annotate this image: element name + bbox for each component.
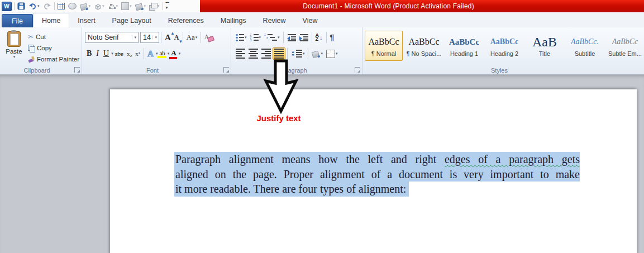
oval-shape-button — [68, 1, 77, 11]
redo-icon — [43, 3, 51, 10]
font-color-button[interactable]: A — [169, 47, 178, 60]
align-right-button[interactable] — [260, 47, 273, 60]
tab-references[interactable]: References — [160, 14, 212, 27]
style-title[interactable]: AaB Title — [526, 31, 564, 61]
word-logo-icon[interactable]: W — [2, 2, 12, 11]
quick-access-toolbar: W ▾ — [0, 0, 170, 12]
text-line[interactable]: aligned on the page. Proper alignment of… — [174, 167, 580, 182]
save-button[interactable] — [17, 1, 26, 11]
underline-button[interactable]: U — [102, 48, 111, 59]
arrange-button: ▾ — [149, 1, 160, 11]
align-left-icon — [236, 49, 245, 59]
style-subtle-emphasis[interactable]: AaBbCc Subtle Em... — [606, 31, 644, 61]
clipboard-dialog-launcher[interactable] — [74, 67, 80, 73]
font-size-combo[interactable]: 14 ▾ — [140, 32, 159, 43]
justify-button[interactable] — [273, 47, 285, 60]
paragraph-dialog-launcher[interactable] — [355, 67, 360, 73]
customize-qat-icon: ▔▾ — [166, 3, 169, 9]
font-name-combo[interactable]: Noto Serif ▾ — [85, 32, 139, 43]
font-size-value: 14 — [143, 34, 151, 41]
text-highlight-button[interactable]: ab — [158, 49, 166, 59]
align-right-icon — [261, 49, 271, 59]
document-page[interactable]: Paragraph alignment means how the left a… — [110, 89, 637, 253]
style-heading-1[interactable]: AaBbCc Heading 1 — [445, 31, 483, 61]
document-area: Paragraph alignment means how the left a… — [0, 75, 644, 253]
tab-insert[interactable]: Insert — [69, 14, 103, 27]
word-window: W ▾ — [0, 0, 644, 253]
subscript-button[interactable]: x₂ — [125, 49, 133, 58]
window-title-area: Document1 - Microsoft Word (Product Acti… — [200, 0, 644, 12]
fill-color-button: ▾ — [135, 1, 147, 11]
ribbon-tabs: File Home Insert Page Layout References … — [0, 12, 644, 28]
copy-button[interactable]: Copy — [28, 43, 79, 52]
align-left-button[interactable] — [234, 47, 247, 60]
decrease-indent-button[interactable] — [285, 33, 298, 42]
paste-dropdown[interactable]: ▾ — [13, 55, 16, 59]
group-styles: AaBbCc ¶ Normal AaBbCc ¶ No Spaci... AaB… — [362, 27, 644, 74]
strikethrough-button[interactable]: abe — [113, 49, 125, 58]
grow-font-button[interactable]: A▲ — [163, 32, 173, 44]
shrink-font-button[interactable]: A▼ — [173, 32, 181, 43]
oval-icon — [68, 3, 77, 9]
tab-review[interactable]: Review — [255, 14, 294, 27]
text-line[interactable]: it more readable. There are four types o… — [174, 182, 409, 197]
layers-icon — [149, 3, 157, 10]
numbering-button[interactable]: 1 2 3 ▾ — [249, 33, 263, 42]
clear-formatting-button[interactable] — [203, 32, 215, 42]
tab-mailings[interactable]: Mailings — [212, 14, 255, 27]
font-dialog-launcher[interactable] — [223, 67, 229, 73]
tab-file[interactable]: File — [2, 14, 33, 27]
bold-button[interactable]: B — [85, 48, 93, 59]
style-no-spacing[interactable]: AaBbCc ¶ No Spaci... — [405, 31, 443, 61]
sort-button[interactable]: AZ ↓ — [314, 32, 325, 42]
text-effects-button[interactable]: A — [146, 48, 155, 60]
edit-points-icon — [108, 3, 116, 10]
undo-dropdown[interactable]: ▾ — [37, 4, 40, 8]
undo-button[interactable]: ▾ — [28, 1, 40, 11]
tab-view[interactable]: View — [294, 14, 326, 27]
text-line[interactable]: Paragraph alignment means how the left a… — [174, 152, 580, 167]
italic-button[interactable]: I — [93, 49, 102, 59]
copy-icon — [28, 45, 35, 51]
annotation-arrow-icon — [263, 61, 299, 113]
copy-label: Copy — [37, 45, 52, 51]
font-color-dropdown[interactable]: ▾ — [179, 51, 181, 56]
paint-bucket-icon — [80, 3, 88, 10]
edit-shape-button: ▾ — [107, 1, 119, 11]
paste-button[interactable]: Paste ▾ — [3, 31, 25, 67]
align-center-button[interactable] — [247, 47, 260, 60]
show-hide-paragraph-button[interactable]: ¶ — [328, 32, 336, 43]
style-normal[interactable]: AaBbCc ¶ Normal — [365, 31, 403, 61]
cut-button[interactable]: ✂ Cut — [28, 32, 79, 41]
gridlines-icon — [58, 3, 65, 9]
annotation-caption: Justify text — [237, 113, 321, 123]
title-bar: W ▾ — [0, 0, 644, 12]
style-heading-2[interactable]: AaBbCc Heading 2 — [485, 31, 523, 61]
increase-indent-button[interactable] — [298, 33, 310, 42]
view-gridlines-button[interactable] — [57, 1, 65, 11]
tab-page-layout[interactable]: Page Layout — [104, 14, 160, 27]
paste-label: Paste — [6, 48, 22, 55]
3d-box-icon — [94, 3, 102, 10]
document-text[interactable]: Paragraph alignment means how the left a… — [174, 152, 580, 197]
change-case-button[interactable]: Aa▾ — [185, 32, 199, 43]
separator — [14, 2, 15, 10]
shading-icon — [312, 50, 320, 58]
font-name-dropdown[interactable]: ▾ — [132, 35, 138, 40]
separator — [163, 2, 163, 10]
format-painter-button[interactable]: Format Painter — [28, 54, 79, 64]
superscript-button[interactable]: x² — [133, 49, 142, 58]
customize-qat-button[interactable]: ▔▾ — [165, 1, 170, 11]
borders-icon — [326, 50, 335, 58]
shading-button[interactable]: ▾ — [310, 49, 325, 59]
font-size-dropdown[interactable]: ▾ — [152, 35, 159, 40]
multilevel-list-button[interactable]: 1 a i ▾ — [263, 33, 282, 42]
bullets-button[interactable]: ▾ — [234, 33, 249, 42]
align-center-icon — [249, 49, 258, 59]
save-icon — [17, 2, 25, 10]
paste-clipboard-icon — [7, 31, 21, 47]
tab-home[interactable]: Home — [33, 13, 69, 28]
borders-button[interactable]: ▾ — [325, 49, 340, 59]
style-subtitle[interactable]: AaBbCc. Subtitle — [566, 31, 604, 61]
line-spacing-button[interactable]: ▲▼ ▾ — [289, 49, 306, 59]
